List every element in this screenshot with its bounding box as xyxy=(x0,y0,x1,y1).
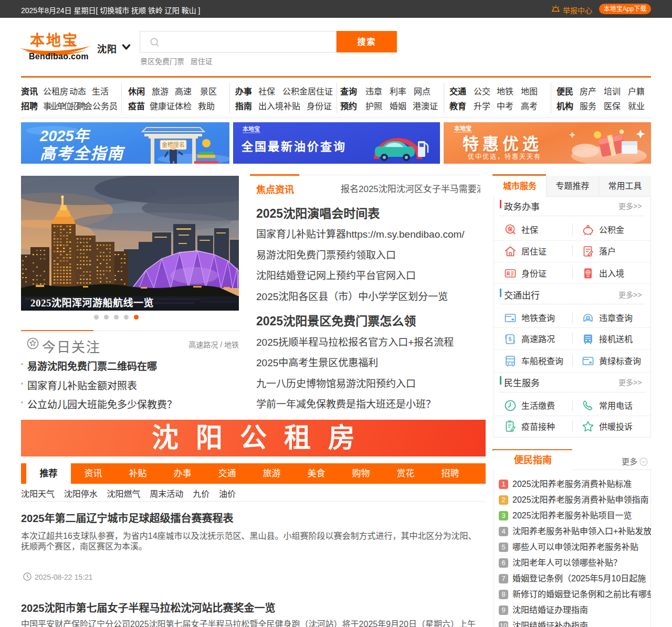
svg-text:本地宝: 本地宝 xyxy=(243,125,260,132)
svg-text:全国最新油价查询: 全国最新油价查询 xyxy=(241,140,346,153)
svg-text:Bendibao.com: Bendibao.com xyxy=(29,52,89,61)
svg-text:优中优选，特惠天天有: 优中优选，特惠天天有 xyxy=(468,153,541,161)
svg-text:2025年: 2025年 xyxy=(39,127,91,144)
svg-text:特惠优选: 特惠优选 xyxy=(463,135,542,153)
svg-text:5: 5 xyxy=(509,336,512,342)
svg-text:本地宝: 本地宝 xyxy=(30,32,79,49)
svg-text:本地宝: 本地宝 xyxy=(454,125,471,132)
svg-text:高考全指南: 高考全指南 xyxy=(40,145,125,162)
svg-text:保: 保 xyxy=(507,226,513,232)
